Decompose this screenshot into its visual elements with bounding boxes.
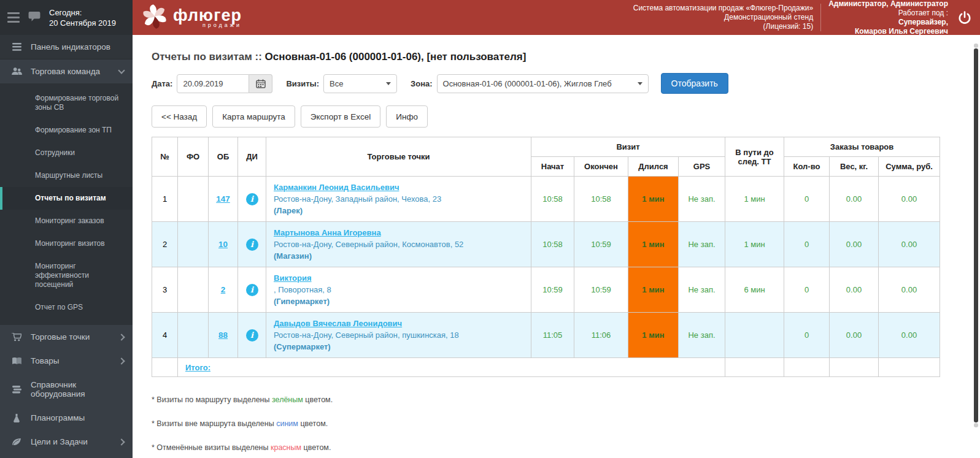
sidebar-subitem-visit-monitoring[interactable]: Мониторинг визитов: [0, 232, 133, 255]
chevron-right-icon: [118, 334, 125, 340]
travel-time: 1 мин: [725, 222, 784, 267]
ob-link[interactable]: 10: [218, 240, 228, 249]
sidebar-item-trade-team[interactable]: Торговая команда: [0, 59, 133, 83]
chevron-down-icon: [118, 67, 125, 74]
ob-link[interactable]: 88: [218, 330, 228, 340]
info-icon[interactable]: i: [246, 284, 258, 296]
calendar-icon[interactable]: [249, 74, 272, 93]
page-title-prefix: Отчеты по визитам ::: [152, 51, 262, 63]
col-started: Начат: [531, 157, 574, 177]
sidebar-subitem-order-monitoring[interactable]: Мониторинг заказов: [0, 210, 133, 232]
visit-gps: Не зап.: [679, 313, 725, 358]
point-name-link[interactable]: Виктория: [274, 273, 312, 283]
info-icon[interactable]: i: [246, 193, 258, 205]
sidebar-item-goods[interactable]: Товары: [0, 349, 133, 373]
total-row: Итого:: [152, 358, 940, 377]
row-num: 1: [152, 177, 178, 222]
sidebar-item-analytics[interactable]: Аналитические отчеты: [0, 454, 133, 458]
caret-down-icon: [638, 82, 642, 85]
dashboard-icon: [11, 43, 22, 51]
page-content: Отчеты по визитам :: Основная-01-06 (000…: [133, 35, 980, 458]
sidebar-subitem-zone-tp[interactable]: Формирование зон ТП: [0, 119, 133, 142]
route-map-button[interactable]: Карта маршрута: [212, 105, 295, 128]
order-qty: 0: [784, 267, 830, 313]
goods-icon: [11, 357, 22, 365]
visit-gps: Не зап.: [679, 222, 725, 267]
col-group-orders: Заказы товаров: [784, 137, 940, 157]
point-name-link[interactable]: Карманкин Леонид Васильевич: [274, 183, 399, 192]
point-address: Ростов-на-Дону, Северный район, пушкинск…: [274, 329, 523, 341]
logout-power-icon[interactable]: [955, 9, 974, 27]
order-sum: 0.00: [879, 313, 940, 358]
sidebar-subitem-zone-sv[interactable]: Формирование торговой зоны СВ: [0, 87, 133, 119]
sidebar-item-label: Панель индикаторов: [31, 42, 124, 52]
sidebar-subitem-visit-reports[interactable]: Отчеты по визитам: [0, 187, 133, 210]
chevron-right-icon: [118, 438, 125, 445]
sidebar-subitem-employees[interactable]: Сотрудники: [0, 142, 133, 164]
point-type: (Ларек): [274, 205, 523, 216]
sidebar-item-goals[interactable]: Цели и Задачи: [0, 430, 133, 454]
date-input[interactable]: [177, 74, 249, 93]
date-field-group: [177, 74, 272, 93]
user-line: Администратор, Администратор: [828, 0, 948, 9]
sidebar-subitem-gps-report[interactable]: Отчет по GPS: [0, 296, 133, 319]
team-icon: [11, 67, 22, 75]
scrollbar-thumb[interactable]: [974, 48, 978, 422]
top-header: флюгер продажи Система автоматизации про…: [133, 0, 980, 35]
sidebar: Сегодня: 20 Сентября 2019 Панель индикат…: [0, 0, 133, 458]
equipment-icon: [11, 386, 22, 394]
caret-down-icon: [386, 82, 391, 85]
point-name-link[interactable]: Давыдов Вячеслав Леонидович: [274, 319, 402, 328]
legend-green-word: зелёным: [272, 395, 303, 404]
total-link[interactable]: Итого:: [185, 363, 210, 372]
export-excel-button[interactable]: Экспорт в Excel: [301, 105, 380, 128]
sidebar-item-label: Цели и Задачи: [31, 437, 110, 446]
row-num: 2: [152, 222, 178, 267]
col-gps: GPS: [679, 157, 725, 177]
color-legend: * Визиты по маршруту выделены зелёным цв…: [152, 395, 962, 452]
point-address: , Поворотная, 8: [274, 284, 523, 296]
point-name-link[interactable]: Мартынова Анна Игоревна: [274, 228, 381, 237]
info-button[interactable]: Инфо: [386, 105, 428, 128]
chat-icon[interactable]: [28, 11, 41, 25]
row-fo: [178, 267, 209, 313]
visit-finished: 10:59: [574, 267, 628, 313]
scrollbar-track-top: [974, 44, 978, 48]
col-ob: ОБ: [209, 137, 238, 177]
col-di: ДИ: [238, 137, 266, 177]
ob-link[interactable]: 2: [221, 285, 226, 294]
info-icon[interactable]: i: [246, 239, 258, 251]
col-fo: ФО: [178, 137, 209, 177]
point-type: (Супермаркет): [274, 341, 523, 353]
info-icon[interactable]: i: [246, 329, 258, 342]
visits-select[interactable]: Все: [323, 74, 397, 93]
page-title: Отчеты по визитам :: Основная-01-06 (000…: [152, 51, 962, 63]
visit-started: 10:59: [531, 267, 574, 313]
order-sum: 0.00: [879, 222, 940, 267]
ob-link[interactable]: 147: [216, 194, 230, 204]
page-title-value: Основная-01-06 (000001-01-06), [нет поль…: [265, 51, 527, 63]
sidebar-item-trade-points[interactable]: Торговые точки: [0, 325, 133, 349]
hamburger-icon[interactable]: [7, 12, 20, 23]
visits-select-value: Все: [330, 79, 343, 88]
show-button[interactable]: Отобразить: [661, 73, 728, 94]
table-row: 3 2 i Виктория , Поворотная, 8 (Гипермар…: [152, 267, 940, 313]
col-points: Торговые точки: [266, 137, 531, 177]
travel-time: 6 мин: [725, 267, 784, 313]
back-button[interactable]: << Назад: [152, 105, 207, 128]
visits-report-table: № ФО ОБ ДИ Торговые точки Визит В пути д…: [152, 137, 940, 377]
order-weight: 0.00: [830, 177, 879, 222]
system-line: Демонстрационный стенд: [633, 13, 813, 22]
sidebar-item-equipment[interactable]: Справочник оборудования: [0, 373, 133, 406]
order-sum: 0.00: [879, 177, 940, 222]
sidebar-subitem-route-lists[interactable]: Маршрутные листы: [0, 164, 133, 187]
planogram-icon: [11, 414, 22, 422]
sidebar-item-planograms[interactable]: Планограммы: [0, 406, 133, 430]
sidebar-item-dashboard[interactable]: Панель индикаторов: [0, 35, 133, 59]
sidebar-subitem-efficiency-monitoring[interactable]: Мониторинг эффективности посещений: [0, 255, 133, 296]
sidebar-submenu: Формирование торговой зоны СВ Формирован…: [0, 83, 133, 325]
order-qty: 0: [784, 222, 830, 267]
zone-select[interactable]: Основная-01-06 (000001-01-06), Жиглов Гл…: [437, 74, 649, 93]
brand-logo: флюгер продажи: [141, 3, 242, 32]
sidebar-nav: Панель индикаторов Торговая команда Форм…: [0, 35, 133, 458]
